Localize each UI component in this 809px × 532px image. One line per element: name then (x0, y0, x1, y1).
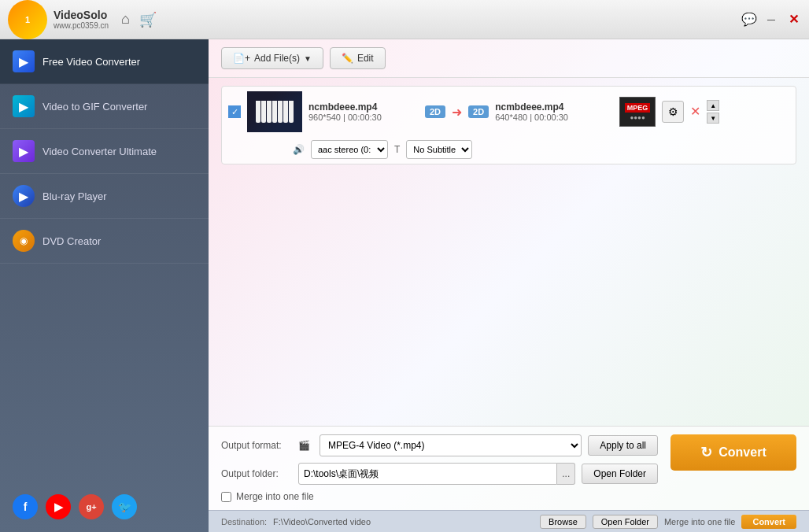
sidebar-item-ultimate[interactable]: ▶ Video Converter Ultimate (0, 129, 209, 174)
add-files-label: Add File(s) (254, 53, 300, 64)
file-item-row: ✓ (222, 87, 796, 137)
title-bar-icons: ⌂ 🛒 (121, 11, 157, 28)
output-folder-input[interactable] (298, 463, 557, 485)
merge-label: Merge into one file (236, 491, 314, 502)
conversion-arrow: ➜ (452, 105, 462, 120)
subtitle-icon: T (394, 144, 400, 155)
strip-browse-button[interactable]: Browse (540, 515, 586, 529)
edit-icon: ✏️ (342, 53, 353, 64)
file-thumbnail (247, 91, 302, 132)
sidebar-label-dvd: DVD Creator (42, 235, 101, 247)
brand-url: www.pc0359.cn (54, 21, 109, 30)
merge-checkbox[interactable] (221, 492, 231, 502)
open-folder-button[interactable]: Open Folder (582, 464, 658, 484)
cart-icon[interactable]: 🛒 (139, 11, 157, 28)
input-resolution: 960*540 (308, 113, 341, 122)
subtitle-select[interactable]: No Subtitle (406, 140, 472, 159)
output-filename: ncmbdeee.mp4 (495, 102, 613, 113)
sidebar-item-bluray[interactable]: ▶ Blu-ray Player (0, 174, 209, 219)
dvd-icon: ◉ (13, 230, 35, 252)
folder-browse-dots[interactable]: ... (557, 463, 575, 485)
settings-button[interactable]: ⚙ (662, 101, 684, 123)
app-logo: 1 (8, 0, 47, 39)
convert-icon: ↻ (700, 444, 712, 461)
strip-path: F:\Video\Converted video (273, 517, 534, 526)
sidebar-item-gif[interactable]: ▶ Video to GIF Converter (0, 84, 209, 129)
gif-icon: ▶ (13, 95, 35, 117)
sidebar-item-fvc[interactable]: ▶ Free Video Converter (0, 39, 209, 84)
ultimate-icon: ▶ (13, 140, 35, 162)
toolbar: 📄+ Add File(s) ▼ ✏️ Edit (209, 39, 809, 78)
chat-icon[interactable]: 💬 (741, 12, 757, 28)
sidebar: ▶ Free Video Converter ▶ Video to GIF Co… (0, 39, 209, 532)
bottom-bar: Output format: 🎬 MPEG-4 Video (*.mp4) Ap… (209, 426, 809, 510)
input-meta: 960*540 | 00:00:30 (308, 113, 419, 122)
output-meta: 640*480 | 00:00:30 (495, 113, 613, 122)
add-files-dropdown-icon[interactable]: ▼ (304, 54, 312, 63)
youtube-icon[interactable]: ▶ (46, 494, 71, 519)
folder-input-wrap: ... (298, 463, 575, 485)
brand-name: VideoSolo (54, 9, 109, 21)
input-file-info: ncmbdeee.mp4 960*540 | 00:00:30 (308, 102, 419, 122)
apply-to-all-button[interactable]: Apply to all (588, 435, 658, 456)
bottom-strip: Destination: F:\Video\Converted video Br… (209, 510, 809, 532)
sidebar-label-bluray: Blu-ray Player (42, 190, 107, 202)
strip-convert-button[interactable]: Convert (741, 515, 796, 529)
output-format-select[interactable]: MPEG-4 Video (*.mp4) (320, 434, 582, 456)
edit-button[interactable]: ✏️ Edit (330, 47, 386, 69)
move-down-button[interactable]: ▼ (707, 113, 719, 124)
output-folder-row: Output folder: ... Open Folder (221, 463, 658, 485)
output-duration: 00:00:30 (534, 113, 568, 122)
format-icon: 🎬 (298, 440, 310, 451)
home-icon[interactable]: ⌂ (121, 11, 130, 28)
sidebar-label-gif: Video to GIF Converter (42, 101, 147, 113)
output-format-label: Output format: (221, 440, 292, 451)
twitter-icon[interactable]: 🐦 (112, 494, 137, 519)
sidebar-item-dvd[interactable]: ◉ DVD Creator (0, 219, 209, 264)
brand-info: VideoSolo www.pc0359.cn (54, 9, 109, 30)
thumbnail-image (256, 101, 294, 123)
convert-button[interactable]: ↻ Convert (670, 434, 796, 471)
bottom-left: Output format: 🎬 MPEG-4 Video (*.mp4) Ap… (221, 434, 658, 502)
edit-label: Edit (357, 53, 374, 64)
minimize-button[interactable]: ─ (763, 12, 779, 28)
input-2d-badge: 2D (425, 105, 445, 118)
move-up-button[interactable]: ▲ (707, 100, 719, 111)
facebook-icon[interactable]: f (13, 494, 38, 519)
title-bar: 1 VideoSolo www.pc0359.cn ⌂ 🛒 💬 ─ ✕ (0, 0, 809, 39)
window-controls: 💬 ─ ✕ (741, 12, 801, 28)
googleplus-icon[interactable]: g+ (79, 494, 104, 519)
audio-track-select[interactable]: aac stereo (0: (311, 140, 388, 159)
fvc-icon: ▶ (13, 50, 35, 72)
main-layout: ▶ Free Video Converter ▶ Video to GIF Co… (0, 39, 809, 532)
file-item: ✓ (221, 86, 796, 164)
file-item-subrow: 🔊 aac stereo (0: T No Subtitle (222, 137, 796, 164)
add-files-icon: 📄+ (233, 53, 250, 64)
file-checkbox[interactable]: ✓ (228, 105, 241, 118)
input-filename: ncmbdeee.mp4 (308, 102, 419, 113)
output-resolution: 640*480 (495, 113, 527, 122)
close-button[interactable]: ✕ (785, 12, 801, 28)
content-area: 📄+ Add File(s) ▼ ✏️ Edit ✓ (209, 39, 809, 532)
strip-destination-label: Destination: (221, 517, 267, 526)
merge-row: Merge into one file (221, 491, 658, 502)
social-links: f ▶ g+ 🐦 (0, 482, 209, 532)
audio-icon: 🔊 (293, 144, 305, 155)
strip-merge-label: Merge into one file (664, 517, 736, 526)
bottom-right: ↻ Convert (670, 434, 796, 471)
order-buttons: ▲ ▼ (707, 100, 719, 124)
bottom-full-row: Output format: 🎬 MPEG-4 Video (*.mp4) Ap… (221, 434, 796, 502)
output-2d-badge: 2D (468, 105, 489, 118)
file-list: ✓ (209, 78, 809, 426)
output-file-info: ncmbdeee.mp4 640*480 | 00:00:30 (495, 102, 613, 122)
strip-open-folder-button[interactable]: Open Folder (593, 515, 658, 529)
bluray-icon: ▶ (13, 185, 35, 207)
output-folder-label: Output folder: (221, 468, 292, 479)
output-format-row: Output format: 🎬 MPEG-4 Video (*.mp4) Ap… (221, 434, 658, 456)
add-files-button[interactable]: 📄+ Add File(s) ▼ (221, 47, 323, 69)
mpeg-format-badge: MPEG ●●●● (619, 97, 656, 127)
sidebar-label-fvc: Free Video Converter (42, 56, 140, 68)
input-duration: 00:00:30 (348, 113, 382, 122)
remove-button[interactable]: ✕ (690, 105, 700, 118)
sidebar-label-ultimate: Video Converter Ultimate (42, 146, 157, 157)
